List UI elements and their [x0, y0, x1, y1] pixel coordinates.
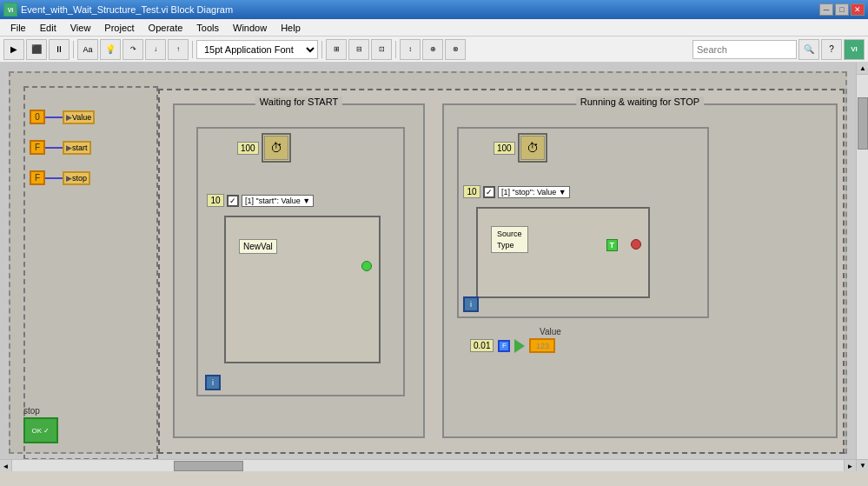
toolbar: ▶ ⬛ ⏸ Aa 💡 ↷ ↓ ↑ 15pt Application Font ⊞… [0, 37, 868, 63]
right-case-group: 10 ✓ [1] "stop": Value ▼ [463, 185, 570, 198]
menu-tools[interactable]: Tools [189, 21, 226, 35]
reorder-button[interactable]: ↕ [400, 39, 421, 60]
right-bool-t: T [606, 239, 619, 251]
size-button[interactable]: ⊡ [371, 39, 392, 60]
hscrollbar-thumb[interactable] [174, 461, 243, 471]
left-timeout-group: 100 ⏱ [237, 133, 291, 163]
right-event-icon: ⏱ [518, 133, 547, 163]
menu-view[interactable]: View [63, 21, 98, 35]
newval-box: NewVal [239, 239, 277, 254]
right-case-selector[interactable]: [1] "stop": Value ▼ [498, 186, 570, 198]
left-100-const: 100 [237, 142, 259, 155]
step-over-button[interactable]: ↷ [123, 39, 143, 60]
right-event-inner: ⏱ [520, 136, 545, 160]
bool-false-const: F [498, 340, 510, 352]
left-green-terminal [361, 261, 372, 271]
font-selector[interactable]: 15pt Application Font [196, 40, 318, 59]
scrollbar-vertical[interactable]: ▲ ▼ [856, 63, 868, 471]
stop-label: stop [23, 406, 58, 416]
start-wire [45, 147, 63, 149]
search-button[interactable]: 🔍 [798, 39, 819, 60]
right-10-const: 10 [463, 185, 480, 198]
bool-true-indicator: T [606, 239, 619, 251]
value-section-label: Value [540, 327, 561, 336]
value-indicator: ▶Value [63, 110, 95, 124]
value-ctrl-label: 0 [30, 110, 45, 124]
text-settings-button[interactable]: Aa [77, 39, 98, 60]
start-ctrl-label: F [30, 140, 45, 155]
help-button[interactable]: ? [821, 39, 842, 60]
window-title: Event_with_Wait_Structure_Test.vi Block … [21, 4, 819, 15]
minimize-button[interactable]: ─ [819, 3, 833, 16]
left-panel: 0 ▶Value F ▶start F ▶stop [23, 86, 158, 460]
left-case-selector[interactable]: [1] "start": Value ▼ [242, 195, 314, 207]
left-pane-title: Waiting for START [255, 97, 342, 107]
right-red-terminal [631, 239, 641, 250]
newval-group: NewVal [239, 239, 277, 254]
pause-button[interactable]: ⏸ [49, 39, 70, 60]
stop-wire [45, 177, 63, 179]
run-button[interactable]: ▶ [3, 39, 24, 60]
align-button[interactable]: ⊞ [326, 39, 347, 60]
separator-3 [321, 41, 322, 58]
title-bar: VI Event_with_Wait_Structure_Test.vi Blo… [0, 0, 868, 19]
stop-indicator: ▶stop [63, 171, 90, 185]
scroll-up-button[interactable]: ▲ [857, 63, 868, 75]
scrollbar-horizontal[interactable]: ◄ ► [0, 459, 856, 471]
scroll-right-button[interactable]: ► [844, 460, 856, 471]
type-label: Type [497, 240, 522, 251]
right-stop-terminal [631, 239, 641, 250]
window-controls[interactable]: ─ □ ✕ [819, 3, 865, 16]
numeric-indicator: 123 [529, 338, 555, 353]
right-iter-terminal: i [463, 296, 479, 312]
right-while-loop: 100 ⏱ 10 ✓ [1] "stop": Value ▼ [457, 127, 709, 318]
left-while-loop: 100 ⏱ 10 ✓ [1] "start": Value [196, 127, 405, 396]
left-event-pane: Waiting for START 100 ⏱ 10 [173, 103, 425, 438]
left-continue-terminal [361, 261, 372, 271]
menu-operate[interactable]: Operate [142, 21, 190, 35]
step-out-button[interactable]: ↑ [168, 39, 189, 60]
play-icon [514, 339, 525, 353]
maximize-button[interactable]: □ [835, 3, 849, 16]
left-event-icon: ⏱ [262, 133, 291, 163]
value-section: Value [540, 327, 561, 336]
src-type-box: Source Type [491, 226, 528, 253]
scroll-down-button[interactable]: ▼ [857, 459, 868, 471]
separator-4 [395, 41, 396, 58]
search-input[interactable] [692, 40, 797, 59]
highlight-button[interactable]: 💡 [100, 39, 121, 60]
cleanup-button[interactable]: ⊕ [422, 39, 443, 60]
menu-file[interactable]: File [3, 21, 33, 35]
step-into-button[interactable]: ↓ [145, 39, 166, 60]
stop-run-button[interactable]: ⬛ [26, 39, 47, 60]
left-event-inner: ⏱ [264, 136, 288, 160]
menu-window[interactable]: Window [226, 21, 274, 35]
left-iter-terminal: i [205, 375, 221, 390]
scrollbar-thumb[interactable] [858, 97, 868, 150]
stop-section: stop OK ✓ [23, 406, 58, 443]
left-checkbox: ✓ [227, 195, 239, 207]
dist-button[interactable]: ⊟ [348, 39, 369, 60]
menu-project[interactable]: Project [97, 21, 141, 35]
val-001-const: 0.01 [470, 339, 494, 352]
separator-2 [192, 41, 193, 58]
close-button[interactable]: ✕ [851, 3, 865, 16]
stop-ctrl-label: F [30, 170, 45, 185]
separator-1 [73, 41, 74, 58]
menu-edit[interactable]: Edit [33, 21, 63, 35]
value-control: 0 ▶Value [30, 110, 95, 124]
right-i-terminal: i [463, 296, 479, 312]
vi-icon-button[interactable]: VI [844, 39, 865, 60]
main-area: 0 ▶Value F ▶start F ▶stop [0, 63, 868, 471]
right-pane-title: Running & waiting for STOP [576, 97, 704, 107]
left-case-body: NewVal [224, 216, 381, 363]
stop-control: F ▶stop [30, 170, 90, 185]
right-event-pane: Running & waiting for STOP 100 ⏱ [442, 103, 838, 438]
menu-help[interactable]: Help [274, 21, 308, 35]
right-checkbox: ✓ [483, 186, 495, 198]
window-icon: VI [3, 3, 17, 17]
source-label: Source [497, 229, 522, 240]
scroll-left-button[interactable]: ◄ [0, 460, 12, 471]
extra-btn[interactable]: ⊗ [445, 39, 466, 60]
stop-button[interactable]: OK ✓ [23, 417, 58, 443]
